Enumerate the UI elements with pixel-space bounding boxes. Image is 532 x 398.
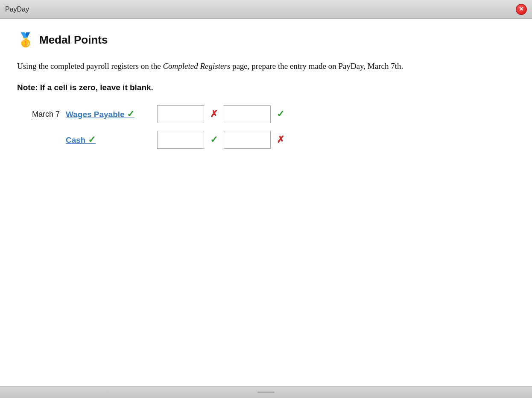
page-title: Medal Points: [39, 33, 108, 47]
table-row: Cash ✓ ✓ ✗: [26, 131, 515, 149]
page-heading: 🥇 Medal Points: [17, 32, 515, 48]
note-text: Note: If a cell is zero, leave it blank.: [17, 83, 515, 92]
main-window: PayDay ✕ 🥇 Medal Points Using the comple…: [0, 0, 532, 398]
wages-payable-debit-input[interactable]: [157, 105, 204, 123]
status-bar: [0, 386, 532, 398]
account-cash: Cash ✓: [66, 134, 151, 145]
table-row: March 7 Wages Payable ✓ ✗ ✓: [26, 105, 515, 123]
close-button[interactable]: ✕: [516, 4, 527, 15]
medal-icon: 🥇: [17, 32, 34, 48]
wages-payable-credit-check: ✓: [277, 109, 284, 120]
title-bar: PayDay ✕: [0, 0, 532, 19]
entry-table: March 7 Wages Payable ✓ ✗ ✓ Cash ✓ ✓ ✗: [26, 105, 515, 149]
wages-payable-credit-input[interactable]: [224, 105, 271, 123]
instruction-text-after: page, prepare the entry made on PayDay, …: [230, 62, 403, 71]
app-title: PayDay: [5, 6, 29, 13]
account-wages-payable: Wages Payable ✓: [66, 109, 151, 120]
wages-payable-debit-cross: ✗: [210, 109, 218, 120]
content-area: 🥇 Medal Points Using the completed payro…: [0, 19, 532, 386]
cash-credit-cross: ✗: [277, 134, 284, 145]
entry-date-1: March 7: [26, 110, 60, 119]
instruction-paragraph: Using the completed payroll registers on…: [17, 60, 515, 73]
cash-debit-check: ✓: [210, 134, 218, 145]
cash-credit-input[interactable]: [224, 131, 271, 149]
instruction-text-italic: Completed Registers: [163, 62, 230, 71]
cash-debit-input[interactable]: [157, 131, 204, 149]
instruction-text-before: Using the completed payroll registers on…: [17, 62, 163, 71]
wages-payable-check: ✓: [127, 109, 134, 119]
status-bar-handle: [257, 392, 275, 393]
cash-check: ✓: [88, 134, 96, 145]
